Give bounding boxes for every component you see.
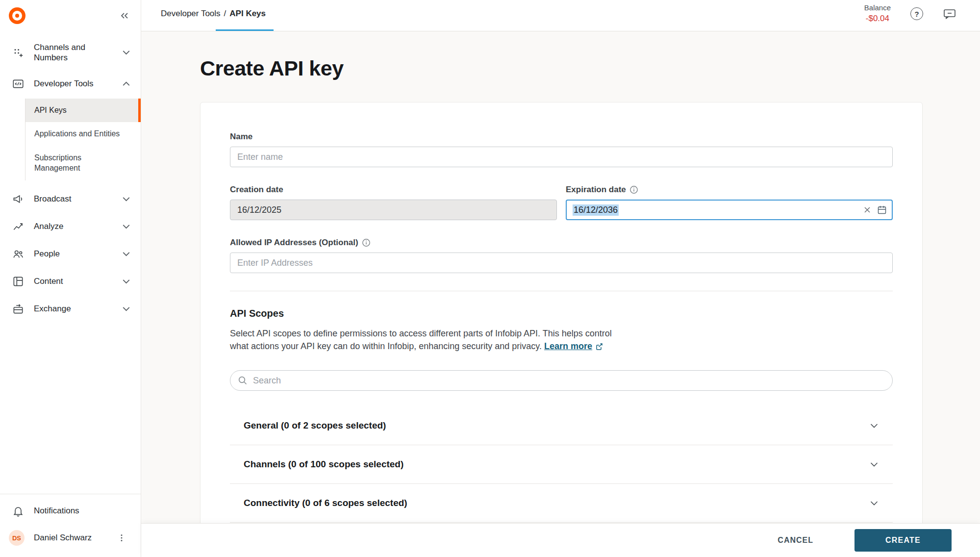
channels-numbers-icon bbox=[12, 46, 25, 59]
balance-value: -$0.04 bbox=[864, 13, 891, 25]
learn-more-link[interactable]: Learn more bbox=[544, 340, 603, 353]
info-icon[interactable] bbox=[629, 185, 638, 194]
exchange-icon bbox=[12, 303, 25, 315]
sidebar-item-label: Broadcast bbox=[34, 194, 123, 204]
name-field-group: Name bbox=[230, 132, 893, 167]
cancel-button[interactable]: CANCEL bbox=[775, 531, 816, 550]
search-input[interactable] bbox=[230, 370, 893, 391]
sidebar-item-subscriptions-management[interactable]: Subscriptions Management bbox=[25, 146, 141, 180]
chevron-down-icon bbox=[870, 423, 878, 429]
api-scopes-heading: API Scopes bbox=[230, 308, 893, 319]
sidebar: Channels and Numbers Developer Tools API… bbox=[0, 0, 141, 557]
sidebar-header bbox=[0, 0, 141, 31]
sidebar-item-label: Analyze bbox=[34, 221, 123, 231]
people-icon bbox=[12, 248, 25, 260]
breadcrumb-current: API Keys bbox=[229, 9, 266, 19]
sidebar-item-label: People bbox=[34, 249, 123, 259]
chevron-down-icon bbox=[123, 197, 130, 202]
sidebar-footer: Notifications DS Daniel Schwarz bbox=[0, 494, 141, 557]
feedback-icon bbox=[943, 8, 956, 20]
chevron-down-icon bbox=[123, 279, 130, 284]
developer-tools-submenu: API Keys Applications and Entities Subsc… bbox=[25, 99, 141, 180]
content-icon bbox=[12, 275, 25, 288]
sidebar-item-analyze[interactable]: Analyze bbox=[0, 213, 141, 240]
sidebar-collapse-icon[interactable] bbox=[120, 12, 129, 20]
notifications-button[interactable]: Notifications bbox=[0, 498, 141, 524]
chevron-down-icon bbox=[870, 501, 878, 506]
calendar-icon[interactable] bbox=[877, 205, 887, 215]
sidebar-item-developer-tools[interactable]: Developer Tools bbox=[0, 70, 141, 98]
help-glyph: ? bbox=[914, 10, 919, 18]
info-icon[interactable] bbox=[362, 238, 371, 247]
search-icon bbox=[237, 375, 248, 388]
scope-groups: General (0 of 2 scopes selected) Channel… bbox=[230, 406, 893, 523]
breadcrumb-separator: / bbox=[224, 9, 226, 19]
page-content: Create API key Name Creation date 16/12/… bbox=[141, 31, 980, 524]
help-icon: ? bbox=[910, 7, 923, 20]
page-title: Create API key bbox=[200, 55, 923, 81]
sidebar-item-label: Exchange bbox=[34, 304, 123, 314]
sidebar-item-applications-entities[interactable]: Applications and Entities bbox=[25, 122, 141, 146]
creation-date-input: 16/12/2025 bbox=[230, 200, 557, 220]
form-action-bar: CANCEL CREATE bbox=[141, 524, 980, 557]
creation-date-value: 16/12/2025 bbox=[237, 205, 281, 215]
chevron-down-icon bbox=[870, 462, 878, 467]
notifications-label: Notifications bbox=[34, 506, 126, 516]
avatar: DS bbox=[9, 530, 25, 546]
feedback-button[interactable] bbox=[943, 8, 956, 20]
tab-strip bbox=[141, 27, 980, 31]
clear-date-icon[interactable] bbox=[863, 206, 871, 214]
scope-group-channels[interactable]: Channels (0 of 100 scopes selected) bbox=[230, 445, 893, 484]
help-button[interactable]: ? bbox=[910, 7, 923, 20]
scope-group-general[interactable]: General (0 of 2 scopes selected) bbox=[230, 406, 893, 445]
sidebar-item-label: Content bbox=[34, 276, 123, 286]
chevron-down-icon bbox=[123, 252, 130, 256]
chart-line-icon bbox=[12, 220, 25, 233]
active-tab-underline bbox=[216, 29, 274, 31]
chevron-down-icon bbox=[123, 306, 130, 311]
sidebar-item-channels-numbers[interactable]: Channels and Numbers bbox=[0, 35, 141, 70]
infobip-logo[interactable] bbox=[9, 7, 25, 24]
section-divider bbox=[230, 291, 893, 291]
user-menu[interactable]: DS Daniel Schwarz bbox=[0, 524, 141, 552]
allowed-ips-input[interactable] bbox=[230, 253, 893, 273]
chevron-down-icon bbox=[123, 50, 130, 55]
header-actions: Balance -$0.04 ? bbox=[864, 3, 956, 24]
sidebar-item-content[interactable]: Content bbox=[0, 268, 141, 295]
scope-group-connectivity[interactable]: Connectivity (0 of 6 scopes selected) bbox=[230, 484, 893, 523]
allowed-ips-field-group: Allowed IP Addresses (Optional) bbox=[230, 238, 893, 273]
create-api-key-form-card: Name Creation date 16/12/2025 Expiration… bbox=[200, 102, 923, 524]
chevron-up-icon bbox=[123, 81, 130, 86]
top-header: Developer Tools / API Keys Balance -$0.0… bbox=[141, 0, 980, 27]
app-window: Channels and Numbers Developer Tools API… bbox=[0, 0, 980, 557]
sidebar-nav: Channels and Numbers Developer Tools API… bbox=[0, 31, 141, 494]
sidebar-item-api-keys[interactable]: API Keys bbox=[25, 99, 141, 123]
allowed-ips-label: Allowed IP Addresses (Optional) bbox=[230, 238, 893, 248]
creation-date-field-group: Creation date 16/12/2025 bbox=[230, 185, 557, 220]
avatar-initials: DS bbox=[12, 534, 21, 542]
sidebar-item-people[interactable]: People bbox=[0, 240, 141, 268]
breadcrumb: Developer Tools / API Keys bbox=[161, 9, 266, 19]
balance-label: Balance bbox=[864, 3, 891, 13]
user-name: Daniel Schwarz bbox=[34, 533, 117, 543]
name-label: Name bbox=[230, 132, 893, 142]
dates-row: Creation date 16/12/2025 Expiration date bbox=[230, 185, 893, 220]
breadcrumb-section[interactable]: Developer Tools bbox=[161, 9, 221, 19]
expiration-date-input[interactable]: 16/12/2036 bbox=[566, 200, 893, 220]
scopes-search bbox=[230, 370, 893, 391]
external-link-icon bbox=[595, 342, 603, 351]
expiration-date-label: Expiration date bbox=[566, 185, 893, 195]
code-icon bbox=[12, 77, 25, 90]
megaphone-icon bbox=[12, 193, 25, 205]
name-input[interactable] bbox=[230, 147, 893, 167]
sidebar-item-broadcast[interactable]: Broadcast bbox=[0, 185, 141, 213]
sidebar-item-label: Channels and Numbers bbox=[34, 42, 94, 63]
expiration-date-value: 16/12/2036 bbox=[573, 204, 619, 216]
create-button[interactable]: CREATE bbox=[854, 529, 952, 552]
api-scopes-description: Select API scopes to define permissions … bbox=[230, 327, 893, 353]
sidebar-item-exchange[interactable]: Exchange bbox=[0, 295, 141, 323]
active-indicator bbox=[138, 99, 141, 123]
balance: Balance -$0.04 bbox=[864, 3, 891, 24]
expiration-date-field-group: Expiration date 16/12/2036 bbox=[566, 185, 893, 220]
kebab-menu-icon[interactable] bbox=[117, 533, 126, 542]
